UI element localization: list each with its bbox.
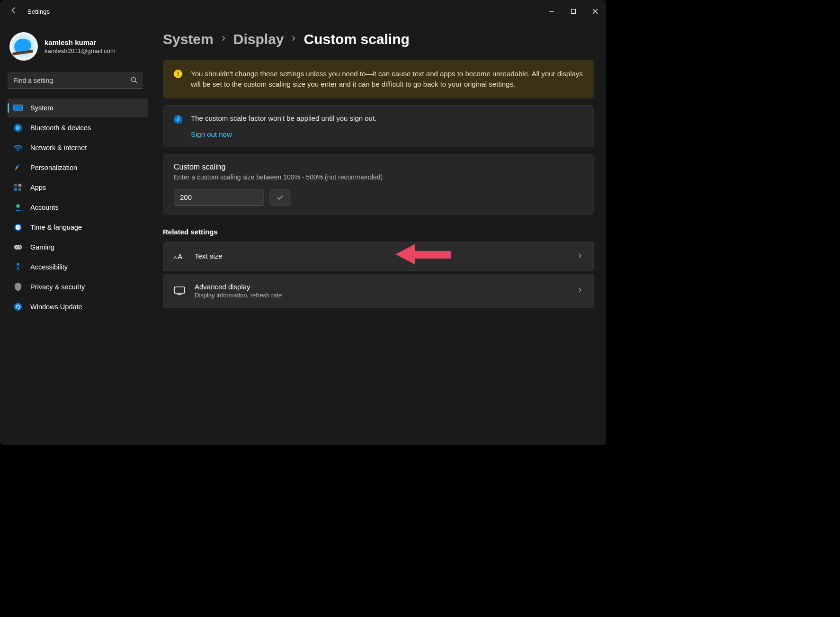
chevron-right-icon	[577, 252, 583, 260]
nav-label: Bluetooth & devices	[30, 124, 91, 132]
nav-bluetooth[interactable]: Bluetooth & devices	[8, 118, 148, 137]
nav-label: System	[30, 104, 53, 112]
breadcrumb-current: Custom scaling	[304, 31, 409, 47]
custom-scaling-card: Custom scaling Enter a custom scaling si…	[163, 154, 594, 215]
profile-name: kamlesh kumar	[45, 38, 116, 46]
svg-point-9	[17, 149, 18, 151]
maximize-button[interactable]	[563, 0, 584, 23]
breadcrumb: System Display Custom scaling	[163, 31, 594, 47]
nav-system[interactable]: System	[8, 98, 148, 117]
nav-label: Accessibility	[30, 263, 68, 271]
display-icon	[174, 285, 185, 296]
nav-label: Gaming	[30, 243, 54, 251]
accessibility-icon	[13, 262, 23, 272]
svg-point-25	[14, 303, 22, 311]
back-button[interactable]	[9, 6, 18, 17]
minimize-button[interactable]	[541, 0, 563, 23]
chevron-right-icon	[577, 286, 583, 295]
info-text: The custom scale factor won't be applied…	[191, 114, 376, 122]
nav-list: System Bluetooth & devices Network & int…	[8, 98, 148, 316]
svg-rect-29	[174, 286, 185, 293]
nav-label: Apps	[30, 184, 46, 191]
search-icon	[130, 76, 138, 86]
warning-card: ! You shouldn't change these settings un…	[163, 60, 594, 98]
nav-personalization[interactable]: Personalization	[8, 158, 148, 177]
nav-gaming[interactable]: Gaming	[8, 238, 148, 257]
sidebar: kamlesh kumar kamlesh2011@gmail.com Syst…	[0, 23, 152, 445]
avatar	[9, 32, 38, 61]
svg-text:A: A	[174, 255, 177, 260]
svg-rect-14	[18, 188, 21, 191]
scaling-input[interactable]	[174, 189, 264, 206]
nav-network[interactable]: Network & internet	[8, 138, 148, 157]
svg-rect-13	[14, 188, 17, 191]
svg-rect-6	[14, 105, 22, 110]
svg-point-24	[17, 263, 19, 265]
nav-label: Network & internet	[30, 144, 87, 152]
nav-privacy[interactable]: Privacy & security	[8, 277, 148, 296]
app-title: Settings	[27, 8, 50, 15]
search-wrap	[8, 72, 143, 89]
svg-rect-1	[572, 9, 576, 14]
info-card: i The custom scale factor won't be appli…	[163, 105, 594, 147]
gaming-icon	[13, 242, 23, 252]
setting-title: Advanced display	[195, 283, 568, 291]
related-settings-heading: Related settings	[163, 228, 594, 236]
svg-rect-11	[14, 184, 17, 187]
chevron-right-icon	[290, 35, 297, 44]
breadcrumb-display[interactable]: Display	[233, 31, 284, 47]
network-icon	[13, 143, 23, 152]
main-content: System Display Custom scaling ! You shou…	[152, 23, 606, 445]
nav-label: Personalization	[30, 164, 77, 171]
chevron-right-icon	[220, 35, 227, 44]
settings-window: Settings kamlesh kumar kamlesh2011@gmail…	[0, 0, 606, 445]
svg-point-4	[131, 77, 135, 81]
svg-text:A: A	[178, 252, 182, 260]
time-icon	[13, 223, 23, 232]
nav-label: Accounts	[30, 204, 59, 211]
window-controls	[541, 0, 606, 23]
nav-label: Windows Update	[30, 303, 82, 311]
svg-point-15	[16, 204, 20, 208]
bluetooth-icon	[13, 123, 23, 133]
nav-accessibility[interactable]: Accessibility	[8, 258, 148, 277]
nav-label: Privacy & security	[30, 283, 85, 291]
nav-time[interactable]: Time & language	[8, 218, 148, 237]
profile-email: kamlesh2011@gmail.com	[45, 47, 116, 54]
svg-point-23	[20, 247, 21, 248]
custom-scaling-title: Custom scaling	[174, 163, 583, 171]
update-icon	[13, 302, 23, 312]
apply-button[interactable]	[269, 189, 291, 206]
warning-text: You shouldn't change these settings unle…	[191, 69, 583, 89]
titlebar: Settings	[0, 0, 606, 23]
related-text-size[interactable]: AA Text size	[163, 241, 594, 271]
close-button[interactable]	[584, 0, 606, 23]
system-icon	[13, 103, 23, 113]
personalization-icon	[13, 163, 23, 172]
nav-accounts[interactable]: Accounts	[8, 198, 148, 217]
nav-update[interactable]: Windows Update	[8, 297, 148, 316]
svg-point-22	[19, 246, 20, 247]
setting-sub: Display information, refresh rate	[195, 292, 568, 299]
svg-line-5	[135, 81, 137, 83]
warning-icon: !	[174, 70, 182, 78]
svg-point-8	[14, 124, 22, 132]
accounts-icon	[13, 203, 23, 212]
setting-title: Text size	[195, 252, 568, 260]
info-icon: i	[174, 115, 182, 124]
sign-out-link[interactable]: Sign out now	[191, 130, 583, 138]
svg-point-21	[16, 247, 17, 248]
svg-rect-20	[14, 245, 22, 250]
apps-icon	[13, 183, 23, 192]
custom-scaling-sub: Enter a custom scaling size between 100%…	[174, 173, 583, 181]
privacy-icon	[13, 282, 23, 292]
nav-apps[interactable]: Apps	[8, 178, 148, 197]
related-advanced-display[interactable]: Advanced display Display information, re…	[163, 274, 594, 308]
search-input[interactable]	[8, 72, 143, 89]
text-size-icon: AA	[174, 250, 185, 262]
breadcrumb-system[interactable]: System	[163, 31, 214, 47]
svg-rect-12	[18, 184, 21, 187]
profile-block[interactable]: kamlesh kumar kamlesh2011@gmail.com	[8, 28, 148, 72]
nav-label: Time & language	[30, 224, 82, 231]
